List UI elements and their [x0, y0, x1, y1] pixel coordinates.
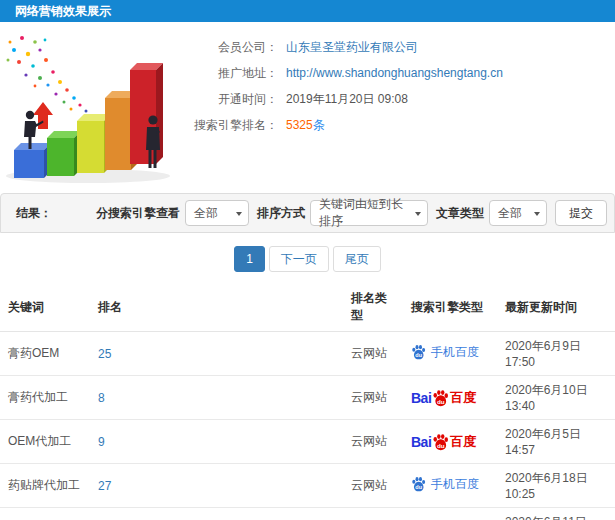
page-title: 网络营销效果展示	[0, 0, 615, 22]
table-row: 北京膏药贴牌 1 云网站 Bai百度 手机百度 2020年6月11日 11:18	[0, 508, 615, 520]
engine-cell: Bai百度 手机百度	[403, 420, 497, 464]
updated-cell: 2020年6月5日 14:57	[497, 420, 615, 464]
mobile-baidu-paw-icon	[411, 344, 426, 360]
bar-blue	[14, 143, 51, 178]
rank-cell: 1	[90, 508, 343, 520]
next-page-button[interactable]: 下一页	[269, 246, 329, 272]
member-info-fields: 会员公司： 山东皇圣堂药业有限公司 推广地址： http://www.shand…	[190, 28, 503, 190]
submit-button[interactable]: 提交	[555, 200, 607, 226]
keyword-cell: 药贴牌代加工	[0, 464, 90, 508]
baidu-paw-icon	[432, 433, 449, 451]
company-row: 会员公司： 山东皇圣堂药业有限公司	[190, 40, 503, 54]
article-type-label: 文章类型	[436, 205, 484, 222]
rank-cell: 9	[90, 420, 343, 464]
rank-type-cell: 云网站	[343, 464, 403, 508]
mobile-baidu-logo: 手机百度	[411, 344, 479, 361]
open-time-value: 2019年11月20日 09:08	[286, 91, 408, 108]
keyword-cell: 北京膏药贴牌	[0, 508, 90, 520]
keyword-cell: OEM代加工	[0, 420, 90, 464]
updated-cell: 2020年6月18日 10:25	[497, 464, 615, 508]
rank-link[interactable]: 25	[98, 347, 111, 361]
keyword-rank-table: 关键词 排名 排名类型 搜索引擎类型 最新更新时间 膏药OEM 25 云网站 B…	[0, 283, 615, 520]
pagination: 1 下一页 尾页	[0, 246, 615, 272]
sort-filter-select[interactable]: 关键词由短到长排序	[310, 200, 428, 226]
last-page-button[interactable]: 尾页	[333, 246, 381, 272]
company-label: 会员公司：	[190, 39, 278, 56]
chevron-down-icon	[236, 212, 242, 216]
engine-rank-row: 搜索引擎排名： 5325条	[190, 118, 503, 132]
engine-cell: Bai百度 手机百度	[403, 464, 497, 508]
baidu-logo: Bai百度	[411, 433, 476, 451]
mobile-baidu-paw-icon	[411, 476, 426, 492]
rank-cell: 27	[90, 464, 343, 508]
engine-cell: Bai百度 手机百度	[403, 508, 497, 520]
rank-cell: 8	[90, 376, 343, 420]
promo-url-label: 推广地址：	[190, 65, 278, 82]
result-label: 结果：	[16, 205, 52, 222]
rank-link[interactable]: 27	[98, 479, 111, 493]
updated-cell: 2020年6月11日 11:18	[497, 508, 615, 520]
keyword-cell: 膏药代加工	[0, 376, 90, 420]
engine-rank-unit-link[interactable]: 条	[313, 117, 325, 134]
rank-cell: 25	[90, 332, 343, 376]
engine-rank-count: 5325	[286, 118, 313, 132]
page-1-button[interactable]: 1	[234, 246, 265, 272]
mobile-baidu-logo: 手机百度	[411, 476, 479, 493]
table-row: 膏药OEM 25 云网站 Bai百度 手机百度 2020年6月9日 17:50	[0, 332, 615, 376]
open-time-label: 开通时间：	[190, 91, 278, 108]
table-row: 药贴牌代加工 27 云网站 Bai百度 手机百度 2020年6月18日 10:2…	[0, 464, 615, 508]
promo-url-link[interactable]: http://www.shandonghuangshengtang.cn	[286, 66, 503, 80]
updated-cell: 2020年6月10日 13:40	[497, 376, 615, 420]
confetti-dots	[7, 36, 88, 113]
header-rank: 排名	[90, 283, 343, 332]
sort-filter-value: 关键词由短到长排序	[319, 196, 411, 230]
member-info-section: 会员公司： 山东皇圣堂药业有限公司 推广地址： http://www.shand…	[0, 22, 615, 190]
baidu-logo: Bai百度	[411, 389, 476, 407]
promo-url-row: 推广地址： http://www.shandonghuangshengtang.…	[190, 66, 503, 80]
engine-filter-select[interactable]: 全部	[185, 200, 249, 226]
rank-type-cell: 云网站	[343, 332, 403, 376]
rank-type-cell: 云网站	[343, 508, 403, 520]
engine-filter-label: 分搜索引擎查看	[96, 205, 180, 222]
keyword-cell: 膏药OEM	[0, 332, 90, 376]
engine-rank-label: 搜索引擎排名：	[190, 117, 278, 134]
engine-cell: Bai百度 手机百度	[403, 376, 497, 420]
header-engine-type: 搜索引擎类型	[403, 283, 497, 332]
bar-green	[47, 131, 81, 176]
engine-filter-value: 全部	[194, 205, 218, 222]
table-header-row: 关键词 排名 排名类型 搜索引擎类型 最新更新时间	[0, 283, 615, 332]
growth-chart-illustration	[0, 28, 190, 188]
sort-filter-label: 排序方式	[257, 205, 305, 222]
header-updated: 最新更新时间	[497, 283, 615, 332]
rank-type-cell: 云网站	[343, 376, 403, 420]
result-filter-bar: 结果： 分搜索引擎查看 全部 排序方式 关键词由短到长排序 文章类型 全部 提交	[0, 193, 615, 233]
company-link[interactable]: 山东皇圣堂药业有限公司	[286, 39, 418, 56]
header-rank-type: 排名类型	[343, 283, 403, 332]
table-row: OEM代加工 9 云网站 Bai百度 手机百度 2020年6月5日 14:57	[0, 420, 615, 464]
article-type-value: 全部	[498, 205, 522, 222]
chevron-down-icon	[534, 212, 540, 216]
header-keyword: 关键词	[0, 283, 90, 332]
open-time-row: 开通时间： 2019年11月20日 09:08	[190, 92, 503, 106]
rank-link[interactable]: 8	[98, 391, 105, 405]
chevron-down-icon	[415, 212, 421, 216]
rank-link[interactable]: 9	[98, 435, 105, 449]
engine-cell: Bai百度 手机百度	[403, 332, 497, 376]
updated-cell: 2020年6月9日 17:50	[497, 332, 615, 376]
rank-type-cell: 云网站	[343, 420, 403, 464]
table-row: 膏药代加工 8 云网站 Bai百度 手机百度 2020年6月10日 13:40	[0, 376, 615, 420]
baidu-paw-icon	[432, 389, 449, 407]
filter-controls: 分搜索引擎查看 全部 排序方式 关键词由短到长排序 文章类型 全部 提交	[88, 200, 607, 226]
article-type-select[interactable]: 全部	[489, 200, 547, 226]
